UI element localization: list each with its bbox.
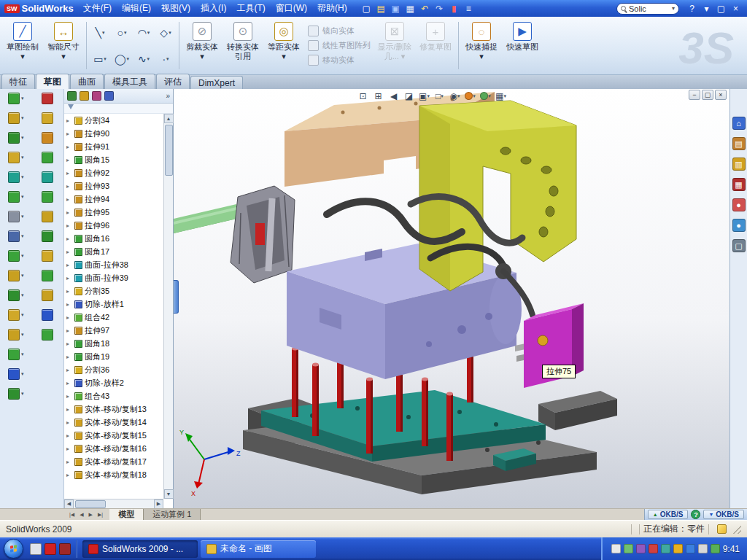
display-style-icon[interactable]: □▾	[433, 90, 446, 102]
left-toolbar-button-9[interactable]: ▾	[8, 250, 24, 262]
flyout-arrow-icon[interactable]: ▾	[503, 93, 506, 99]
flyout-arrow-icon[interactable]: ▾	[21, 312, 24, 318]
ellipse-tool-icon[interactable]: ◯▾	[112, 48, 132, 70]
tree-item[interactable]: ▸拉伸97	[64, 324, 163, 337]
left-toolbar-button-8[interactable]: ▾	[8, 230, 24, 242]
left-toolbar-button-1[interactable]: ▾	[8, 93, 24, 104]
tray-icon-4[interactable]	[673, 544, 683, 553]
apply-scene-icon[interactable]: ▾	[479, 90, 492, 102]
left-toolbar-button-b10[interactable]	[42, 270, 53, 281]
left-toolbar-button-7[interactable]: ▾	[8, 211, 24, 222]
tree-item[interactable]: ▸分割35	[64, 284, 163, 298]
flyout-arrow-icon[interactable]: ▾	[169, 30, 171, 36]
first-tab-button[interactable]: |◀	[67, 512, 77, 518]
flyout-arrow-icon[interactable]: ▾	[21, 292, 24, 298]
expand-arrow-icon[interactable]: ▸	[66, 236, 72, 242]
expand-arrow-icon[interactable]: ▸	[66, 327, 72, 334]
tree-item[interactable]: ▸拉伸95	[64, 206, 163, 219]
polygon-tool-icon[interactable]: ◇▾	[155, 22, 176, 44]
flyout-arrow-icon[interactable]: ▾	[473, 93, 476, 99]
print-icon[interactable]: ▦	[403, 1, 417, 15]
help-badge[interactable]: ?	[691, 510, 700, 519]
featuremanager-tab-icon[interactable]	[67, 91, 77, 101]
flyout-arrow-icon[interactable]: ▾	[21, 194, 24, 200]
tree-item[interactable]: ▸拉伸92	[64, 166, 163, 179]
left-toolbar-button-12[interactable]: ▾	[8, 309, 24, 321]
left-toolbar-button-14[interactable]: ▾	[8, 349, 24, 360]
left-toolbar-button-13[interactable]: ▾	[8, 329, 24, 341]
scroll-left-button[interactable]: ◀	[64, 499, 74, 509]
flyout-arrow-icon[interactable]: ▾	[21, 214, 24, 219]
flyout-arrow-icon[interactable]: ▾	[21, 155, 24, 160]
search-box[interactable]: Solic ▾	[616, 3, 679, 15]
expand-arrow-icon[interactable]: ▸	[66, 209, 72, 216]
left-toolbar-button-10[interactable]: ▾	[8, 270, 24, 281]
expand-arrow-icon[interactable]: ▸	[66, 249, 72, 255]
mirror-entities-button[interactable]: 镜向实体	[308, 26, 371, 36]
smart-dimension-button[interactable]: ↔智能尺寸 ▾	[44, 19, 83, 72]
left-toolbar-button-b1[interactable]	[42, 93, 53, 104]
view-orientation-icon[interactable]: ▣▾	[417, 90, 431, 102]
expand-arrow-icon[interactable]: ▸	[66, 472, 72, 478]
expand-arrow-icon[interactable]: ▸	[66, 314, 72, 321]
hide-show-items-icon[interactable]: ◉▾	[448, 90, 462, 102]
left-toolbar-button-b4[interactable]	[42, 152, 53, 163]
convert-entities-button[interactable]: ⊙转换实体引用	[223, 19, 263, 72]
model-part-clamp-assembly[interactable]	[174, 186, 295, 283]
left-toolbar-button-b5[interactable]	[42, 171, 53, 183]
left-toolbar-button-2[interactable]: ▾	[8, 112, 24, 124]
flyout-arrow-icon[interactable]: ▾	[21, 332, 24, 338]
left-toolbar-button-11[interactable]: ▾	[8, 289, 24, 301]
tree-item[interactable]: ▸实体-移动/复制15	[64, 429, 163, 442]
expand-arrow-icon[interactable]: ▸	[66, 301, 72, 308]
search-dropdown-icon[interactable]: ▾	[672, 5, 675, 12]
command-tab-特征[interactable]: 特征	[1, 74, 35, 89]
expand-arrow-icon[interactable]: ▸	[66, 144, 72, 150]
flyout-arrow-icon[interactable]: ▾	[21, 135, 24, 141]
left-toolbar-button-3[interactable]: ▾	[8, 132, 24, 144]
scroll-right-button[interactable]: ▶	[154, 499, 163, 509]
flyout-arrow-icon[interactable]: ▾	[21, 115, 24, 121]
tree-item[interactable]: ▸圆角15	[64, 153, 163, 166]
flyout-arrow-icon[interactable]: ▾	[488, 93, 491, 99]
menu-item-1[interactable]: 文件(F)	[78, 0, 117, 17]
menu-item-5[interactable]: 工具(T)	[231, 0, 270, 17]
edit-appearance-icon[interactable]: ▾	[463, 90, 477, 102]
help-icon[interactable]: ?	[685, 1, 699, 15]
model-3d-view[interactable]: Y Z X	[174, 89, 729, 508]
flyout-arrow-icon[interactable]: ▾	[21, 351, 24, 357]
previous-tab-button[interactable]: ◀	[77, 512, 85, 518]
flyout-arrow-icon[interactable]: ▾	[21, 371, 24, 377]
command-tab-DimXpert[interactable]: DimXpert	[190, 76, 243, 89]
expand-arrow-icon[interactable]: ▸	[66, 459, 72, 465]
next-tab-button[interactable]: ▶	[87, 512, 95, 518]
previous-view-icon[interactable]: ◀	[387, 90, 400, 102]
tray-icon-9[interactable]	[611, 544, 621, 553]
left-toolbar-button-b11[interactable]	[42, 289, 53, 301]
left-toolbar-button-b7[interactable]	[42, 211, 53, 222]
tree-item[interactable]: ▸切除-放样1	[64, 298, 163, 311]
left-toolbar-button-b12[interactable]	[42, 309, 53, 321]
taskbar-task-solidworks[interactable]: SolidWorks 2009 - ...	[82, 540, 198, 558]
vertical-scroll-thumb[interactable]	[165, 125, 173, 176]
zoom-fit-icon[interactable]: ⊡	[356, 90, 370, 102]
command-tab-评估[interactable]: 评估	[156, 74, 190, 89]
move-entities-button[interactable]: 移动实体	[308, 55, 371, 66]
scroll-up-button[interactable]: ▲	[164, 114, 174, 123]
redo-icon[interactable]: ↷	[433, 1, 446, 15]
circle-tool-icon[interactable]: ○▾	[112, 22, 132, 44]
left-toolbar-button-b8[interactable]	[42, 230, 53, 242]
tray-icon-1[interactable]	[711, 544, 720, 553]
scenes-icon[interactable]: ●	[732, 219, 746, 232]
home-resources-icon[interactable]: ⌂	[732, 117, 746, 130]
flyout-arrow-icon[interactable]: ▾	[21, 174, 24, 180]
tree-item[interactable]: ▸实体-移动/复制18	[64, 468, 163, 481]
expand-arrow-icon[interactable]: ▸	[66, 432, 72, 439]
rectangle-tool-icon[interactable]: ▭▾	[90, 48, 110, 70]
flyout-arrow-icon[interactable]: ▾	[102, 30, 105, 36]
configurationmanager-tab-icon[interactable]	[92, 91, 101, 101]
menu-item-7[interactable]: 帮助(H)	[312, 0, 352, 17]
left-toolbar-button-16[interactable]: ▾	[8, 388, 24, 400]
model-tab-运动算例 1[interactable]: 运动算例 1	[144, 509, 201, 520]
left-toolbar-button-b9[interactable]	[42, 250, 53, 262]
